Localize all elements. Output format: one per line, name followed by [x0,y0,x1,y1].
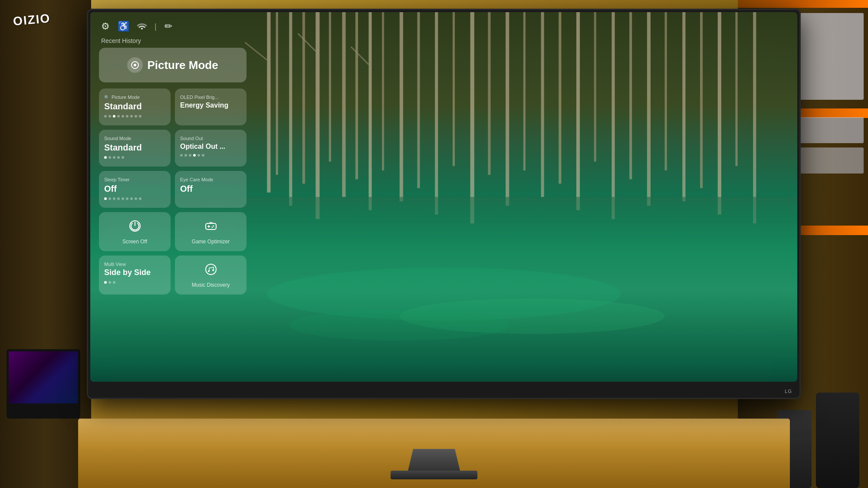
tv-stand-base [391,471,477,479]
edit-icon[interactable]: ✏ [164,21,172,32]
settings-grid: 🔍 Picture Mode Standard [99,88,247,295]
svg-rect-29 [735,12,737,166]
game-optimizer-icon [204,219,218,236]
music-discovery-btn[interactable]: Music Discovery [175,255,247,295]
picture-mode-icon [127,57,143,73]
divider-icon: | [155,22,157,31]
picture-mode-standard-label: 🔍 Picture Mode [104,95,165,100]
svg-rect-10 [400,12,403,201]
svg-rect-44 [207,226,210,227]
game-optimizer-btn[interactable]: Game Optimizer [175,212,247,251]
music-discovery-icon [204,262,218,279]
svg-rect-7 [355,12,358,179]
svg-point-49 [212,269,214,271]
svg-rect-0 [267,12,270,193]
svg-point-47 [206,264,216,275]
svg-rect-6 [342,12,345,197]
svg-rect-11 [417,12,420,188]
svg-rect-27 [700,12,703,188]
sound-out-label: Sound Out [180,136,241,141]
picture-mode-label: Picture Mode [147,59,218,72]
svg-rect-24 [647,12,651,206]
game-optimizer-label: Game Optimizer [192,239,230,245]
svg-rect-9 [382,12,384,170]
settings-icon[interactable]: ⚙ [101,21,110,32]
svg-rect-18 [541,12,544,197]
svg-rect-2 [289,12,292,206]
sleep-timer-value: Off [104,183,165,194]
sleep-timer-label: Sleep Timer [104,177,165,182]
svg-rect-5 [329,12,331,162]
svg-rect-15 [488,12,490,175]
svg-rect-42 [206,223,216,229]
picture-mode-standard-btn[interactable]: 🔍 Picture Mode Standard [99,88,171,125]
svg-rect-1 [276,12,278,175]
multi-view-label: Multi View [104,262,165,267]
svg-rect-25 [665,12,667,170]
sound-mode-value: Standard [104,142,165,153]
sound-out-dots [180,154,241,157]
sound-mode-dots [104,156,165,159]
search-icon: 🔍 [104,95,109,100]
sound-mode-label: Sound Mode [104,136,165,141]
svg-rect-4 [316,12,319,219]
svg-rect-22 [612,12,615,219]
sleep-timer-btn[interactable]: Sleep Timer Off [99,171,171,208]
svg-rect-28 [718,12,721,215]
music-discovery-label: Music Discovery [192,282,230,288]
svg-point-45 [213,225,214,226]
sound-mode-btn[interactable]: Sound Mode Standard [99,130,171,167]
svg-rect-41 [135,222,135,226]
tv-logo: LG [785,389,792,394]
oled-pixel-label: OLED Pixel Brig... [180,95,241,100]
sleep-timer-dots [104,197,165,200]
multi-view-dots [104,281,165,284]
shelf-bar-top [738,0,868,8]
svg-line-31 [245,43,267,60]
svg-rect-13 [453,12,455,166]
sound-out-btn[interactable]: Sound Out Optical Out ... [175,130,247,167]
svg-rect-23 [629,12,632,179]
svg-rect-26 [682,12,685,201]
small-tv-left [7,349,80,419]
svg-rect-19 [559,12,561,183]
scene: OIZIO [0,0,868,488]
svg-rect-8 [368,12,372,210]
lg-quick-settings: ⚙ ♿ | ✏ Recent History [99,21,247,373]
screen-off-label: Screen Off [122,239,147,245]
svg-point-48 [208,270,210,272]
svg-rect-17 [523,12,526,170]
svg-rect-14 [470,12,474,223]
svg-rect-20 [576,12,580,210]
picture-mode-dots [104,115,165,118]
recent-history-label: Recent History [99,37,247,44]
oled-pixel-value: Energy Saving [180,101,241,109]
eye-care-btn[interactable]: Eye Care Mode Off [175,171,247,208]
screen-off-icon [128,219,142,236]
svg-rect-30 [753,12,756,223]
svg-line-32 [298,33,316,51]
svg-point-46 [211,226,213,228]
tv-stand [408,449,460,471]
svg-point-39 [134,64,136,66]
sound-out-value: Optical Out ... [180,142,241,151]
picture-mode-standard-value: Standard [104,101,165,111]
accessibility-icon[interactable]: ♿ [118,21,129,32]
eye-care-label: Eye Care Mode [180,177,241,182]
svg-rect-16 [506,12,509,206]
tv-frame: ⚙ ♿ | ✏ Recent History [87,9,801,399]
store-brand: OIZIO [13,11,51,28]
multi-view-value: Side by Side [104,268,165,278]
small-tv-screen [9,351,78,403]
top-icon-bar: ⚙ ♿ | ✏ [99,21,247,32]
tv-screen: ⚙ ♿ | ✏ Recent History [90,12,797,382]
multi-view-btn[interactable]: Multi View Side by Side [99,255,171,295]
picture-mode-button[interactable]: Picture Mode [99,48,247,82]
screen-off-btn[interactable]: Screen Off [99,212,171,251]
oled-pixel-btn[interactable]: OLED Pixel Brig... Energy Saving [175,88,247,125]
wifi-icon[interactable] [137,21,147,32]
svg-rect-12 [435,12,438,215]
speaker-right [816,393,859,488]
eye-care-value: Off [180,183,241,194]
svg-point-37 [289,310,510,341]
